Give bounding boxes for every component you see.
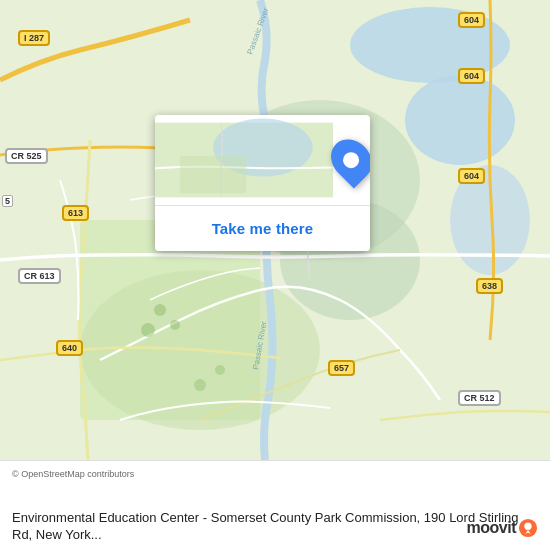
- svg-point-2: [405, 75, 515, 165]
- map-container: Passaic River Passaic River I 287 CR 525…: [0, 0, 550, 460]
- attribution: © OpenStreetMap contributors: [12, 469, 538, 479]
- place-name: Environmental Education Center - Somerse…: [12, 509, 538, 544]
- popup-card: Take me there: [155, 115, 370, 251]
- svg-point-11: [170, 320, 180, 330]
- moovit-logo: moovit: [467, 518, 538, 538]
- bottom-bar: © OpenStreetMap contributors Environment…: [0, 460, 550, 550]
- svg-point-1: [350, 7, 510, 83]
- svg-point-12: [141, 323, 155, 337]
- popup-map-preview: [155, 115, 370, 205]
- svg-rect-17: [180, 156, 246, 193]
- route-badge-5: 5: [2, 195, 13, 207]
- svg-point-19: [524, 523, 531, 530]
- moovit-icon: [518, 518, 538, 538]
- svg-point-13: [194, 379, 206, 391]
- take-me-there-button[interactable]: Take me there: [155, 205, 370, 251]
- moovit-text: moovit: [467, 519, 516, 537]
- svg-point-14: [215, 365, 225, 375]
- svg-point-10: [154, 304, 166, 316]
